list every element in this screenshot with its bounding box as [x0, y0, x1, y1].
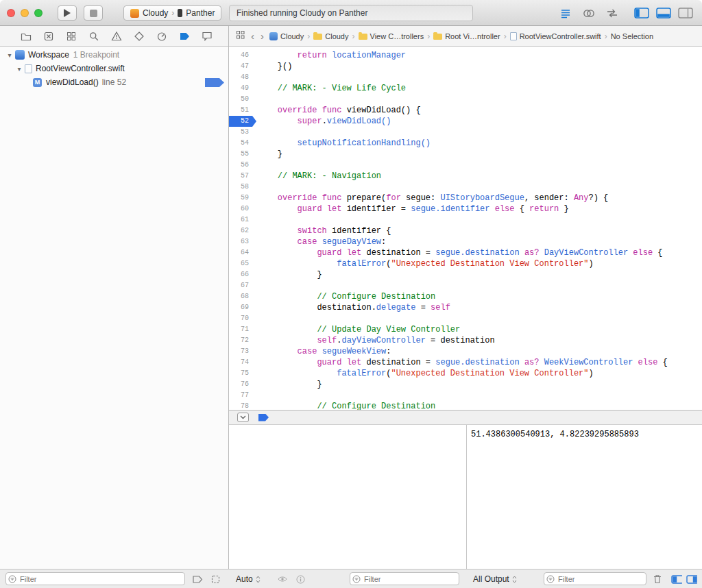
breakpoint-navigator-tab[interactable]	[179, 31, 190, 42]
breadcrumb-item[interactable]: No Selection	[611, 32, 653, 40]
breadcrumb-item[interactable]: View C…trollers	[359, 32, 424, 40]
code-line[interactable]: 67	[229, 280, 702, 291]
code-line[interactable]: 66 }	[229, 269, 702, 280]
line-number[interactable]: 66	[229, 269, 252, 280]
line-number[interactable]: 64	[229, 247, 252, 258]
code-line[interactable]: 69 destination.delegate = self	[229, 302, 702, 313]
line-number[interactable]: 51	[229, 105, 252, 116]
console-filter-field[interactable]	[544, 572, 646, 585]
line-number[interactable]: 63	[229, 236, 252, 247]
file-row[interactable]: ▾ RootViewController.swift	[0, 62, 228, 75]
line-number[interactable]: 56	[229, 160, 252, 171]
breakpoint-marker-icon[interactable]	[205, 78, 224, 87]
code-line[interactable]: 49 // MARK: - View Life Cycle	[229, 83, 702, 94]
line-number[interactable]: 57	[229, 171, 252, 182]
code-line[interactable]: 75 fatalError("Unexpected Destination Vi…	[229, 368, 702, 379]
code-line[interactable]: 48	[229, 72, 702, 83]
line-number[interactable]: 76	[229, 379, 252, 390]
line-number[interactable]: 54	[229, 138, 252, 149]
show-variables-view-button[interactable]	[671, 574, 682, 585]
line-number[interactable]: 70	[229, 313, 252, 324]
line-number[interactable]: 69	[229, 302, 252, 313]
scheme-selector[interactable]: Cloudy › Panther	[123, 5, 221, 21]
project-navigator-tab[interactable]	[21, 31, 32, 42]
toggle-navigator-button[interactable]	[633, 8, 650, 19]
breakpoints-enabled-toggle-icon[interactable]	[258, 414, 269, 421]
variables-view[interactable]	[229, 426, 466, 569]
report-navigator-tab[interactable]	[202, 31, 213, 42]
line-number[interactable]: 68	[229, 291, 252, 302]
go-back-button[interactable]: ‹	[250, 32, 255, 41]
line-number[interactable]: 61	[229, 215, 252, 225]
breadcrumb-item[interactable]: Cloudy	[313, 32, 348, 40]
line-number[interactable]: 46	[229, 50, 252, 61]
code-line[interactable]: 73 case segueWeekView:	[229, 346, 702, 357]
line-number[interactable]: 74	[229, 357, 252, 368]
line-number[interactable]: 62	[229, 225, 252, 236]
code-line[interactable]: 77	[229, 390, 702, 401]
debug-navigator-tab[interactable]	[156, 31, 167, 42]
breadcrumb-item[interactable]: RootViewController.swift	[510, 32, 601, 40]
code-line[interactable]: 65 fatalError("Unexpected Destination Vi…	[229, 258, 702, 269]
code-line[interactable]: 78 // Configure Destination	[229, 401, 702, 410]
debug-pane-divider[interactable]	[466, 425, 467, 588]
show-active-breakpoints-icon[interactable]	[192, 574, 203, 585]
source-control-filter-icon[interactable]	[210, 574, 221, 585]
symbol-navigator-tab[interactable]	[66, 31, 77, 42]
line-number[interactable]: 67	[229, 280, 252, 291]
code-line[interactable]: 56	[229, 160, 702, 171]
line-number[interactable]: 73	[229, 346, 252, 357]
code-line[interactable]: 72 self.dayViewController = destination	[229, 335, 702, 346]
breadcrumb-item[interactable]: Root Vi…ntroller	[433, 32, 500, 40]
close-window-button[interactable]	[7, 9, 15, 17]
line-number[interactable]: 72	[229, 335, 252, 346]
line-number[interactable]: 53	[229, 127, 252, 138]
navigator-filter-field[interactable]	[5, 572, 185, 585]
minimize-window-button[interactable]	[21, 9, 29, 17]
code-line[interactable]: 59 override func prepare(for segue: UISt…	[229, 193, 702, 204]
info-button[interactable]	[295, 574, 306, 585]
code-line[interactable]: 52 super.viewDidLoad()	[229, 116, 702, 127]
line-number[interactable]: 59	[229, 193, 252, 204]
variables-filter-field[interactable]	[350, 572, 459, 585]
breakpoint-gutter-marker[interactable]: 52	[229, 116, 256, 127]
code-line[interactable]: 60 guard let identifier = segue.identifi…	[229, 204, 702, 215]
issue-navigator-tab[interactable]	[111, 31, 122, 42]
line-number[interactable]: 75	[229, 368, 252, 379]
line-number[interactable]: 58	[229, 182, 252, 193]
breadcrumb-item[interactable]: Cloudy	[269, 32, 304, 40]
line-number[interactable]: 49	[229, 83, 252, 94]
code-line[interactable]: 61	[229, 215, 702, 225]
code-line[interactable]: 47 }()	[229, 61, 702, 72]
line-number[interactable]: 71	[229, 324, 252, 335]
workspace-row[interactable]: ▾ Workspace 1 Breakpoint	[0, 48, 228, 62]
code-line[interactable]: 53	[229, 127, 702, 138]
source-editor[interactable]: 46 return locationManager47 }()4849 // M…	[229, 47, 702, 410]
code-line[interactable]: 76 }	[229, 379, 702, 390]
toggle-inspectors-button[interactable]	[677, 8, 694, 19]
code-line[interactable]: 57 // MARK: - Navigation	[229, 171, 702, 182]
related-items-button[interactable]	[236, 30, 245, 42]
console-output-popup[interactable]: All Output	[473, 574, 517, 584]
test-navigator-tab[interactable]	[134, 31, 145, 42]
variables-scope-popup[interactable]: Auto	[236, 574, 261, 584]
code-line[interactable]: 51 override func viewDidLoad() {	[229, 105, 702, 116]
line-number[interactable]: 47	[229, 61, 252, 72]
assistant-editor-button[interactable]	[580, 7, 598, 19]
hide-debug-area-button[interactable]	[237, 413, 249, 422]
console-view[interactable]: 51.4386300540913, 4.82239295885893	[467, 426, 702, 569]
code-line[interactable]: 58	[229, 182, 702, 193]
disclosure-triangle-icon[interactable]: ▾	[5, 51, 14, 59]
code-line[interactable]: 63 case segueDayView:	[229, 236, 702, 247]
line-number[interactable]: 55	[229, 149, 252, 160]
code-line[interactable]: 64 guard let destination = segue.destina…	[229, 247, 702, 258]
line-number[interactable]: 78	[229, 401, 252, 410]
breakpoint-row[interactable]: M viewDidLoad() line 52	[0, 75, 228, 89]
disclosure-triangle-icon[interactable]: ▾	[15, 65, 23, 73]
standard-editor-button[interactable]	[557, 7, 574, 19]
line-number[interactable]: 77	[229, 390, 252, 401]
code-line[interactable]: 50	[229, 94, 702, 105]
zoom-window-button[interactable]	[34, 9, 43, 17]
quick-look-button[interactable]	[277, 574, 288, 585]
go-forward-button[interactable]: ›	[260, 32, 265, 41]
